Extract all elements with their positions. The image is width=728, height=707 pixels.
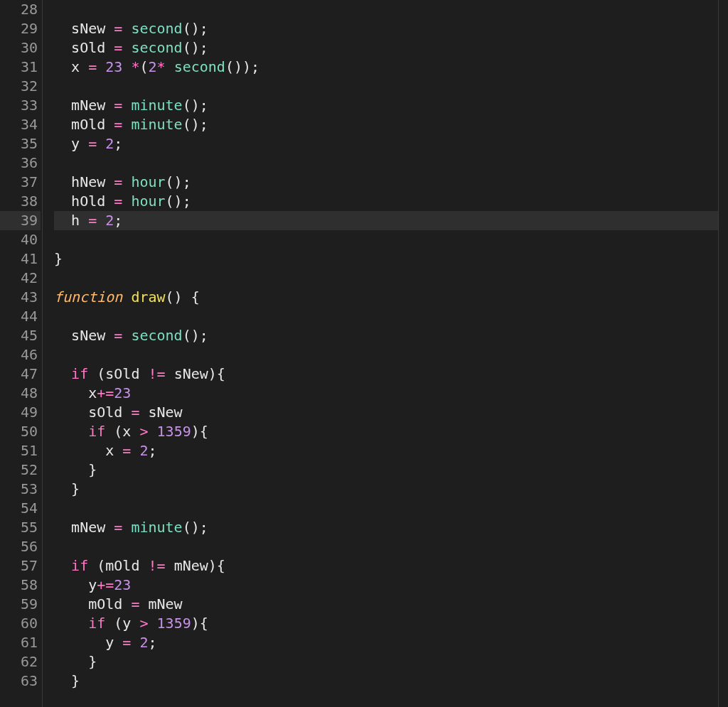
code-line[interactable]: hOld = hour(); [54,192,728,211]
gutter-line[interactable]: 40 [0,230,41,249]
code-line[interactable]: if (y > 1359){ [54,614,728,633]
code-line[interactable] [54,307,728,326]
token-keyword: if [71,557,88,574]
gutter-line[interactable]: 63 [0,671,41,691]
gutter-line[interactable]: 34 [0,115,41,134]
gutter-line[interactable]: 44 [0,307,41,326]
gutter-line[interactable]: 60 [0,614,41,633]
token-var: y [105,634,114,651]
gutter-line[interactable]: 37 [0,173,41,192]
code-line[interactable]: if (sOld != sNew){ [54,365,728,384]
code-line[interactable] [54,230,728,249]
gutter-line[interactable]: 39 [0,211,41,230]
code-line[interactable]: } [54,671,728,691]
gutter-line[interactable]: 38 [0,192,41,211]
code-line[interactable] [54,499,728,518]
gutter-line[interactable]: 57 [0,556,41,576]
token-var: sOld [71,39,105,56]
gutter-line[interactable]: 33 [0,96,41,115]
token-var: mNew [71,97,105,114]
token-default [54,365,71,382]
gutter-line[interactable]: 29 [0,19,41,38]
code-area[interactable]: sNew = second(); sOld = second(); x = 23… [43,0,728,707]
gutter-line[interactable]: 53 [0,480,41,499]
code-content: function draw() { [54,288,200,307]
token-func: minute [131,519,182,536]
token-op: = [114,116,122,133]
token-default [54,480,71,497]
line-number: 62 [21,652,41,671]
gutter-line[interactable]: 42 [0,269,41,288]
code-line[interactable]: mNew = minute(); [54,96,728,115]
code-line[interactable] [54,153,728,173]
gutter-line[interactable]: 46 [0,345,41,365]
code-line[interactable]: function draw() { [54,288,728,307]
code-line[interactable] [54,345,728,365]
gutter-line[interactable]: 32 [0,77,41,96]
code-line[interactable]: hNew = hour(); [54,173,728,192]
gutter-line[interactable]: 52 [0,460,41,480]
code-line[interactable]: x = 2; [54,441,728,460]
gutter-line[interactable]: 58 [0,576,41,595]
gutter-line[interactable]: 36 [0,153,41,173]
gutter-line[interactable]: 28 [0,0,41,19]
token-default [54,557,71,574]
code-line[interactable]: if (x > 1359){ [54,422,728,441]
gutter-line[interactable]: 56 [0,537,41,556]
gutter-line[interactable]: 54 [0,499,41,518]
code-line[interactable]: mOld = mNew [54,595,728,614]
gutter-line[interactable]: 50 [0,422,41,441]
gutter-line[interactable]: 55 [0,518,41,537]
code-line[interactable]: } [54,460,728,480]
code-line[interactable]: } [54,480,728,499]
code-line[interactable] [54,77,728,96]
code-line[interactable]: x+=23 [54,384,728,403]
token-op: * [157,58,166,75]
gutter-line[interactable]: 49 [0,403,41,422]
code-content: } [54,460,97,480]
code-line[interactable]: x = 23 *(2* second()); [54,58,728,77]
code-line[interactable]: mOld = minute(); [54,115,728,134]
code-line[interactable]: } [54,652,728,671]
code-line[interactable] [54,269,728,288]
gutter-line[interactable]: 59 [0,595,41,614]
code-line[interactable]: } [54,249,728,269]
gutter-line[interactable]: 47 [0,365,41,384]
gutter-line[interactable]: 41 [0,249,41,269]
gutter-line[interactable]: 31 [0,58,41,77]
line-number: 36 [21,153,41,173]
gutter-line[interactable]: 48 [0,384,41,403]
code-line[interactable]: sNew = second(); [54,326,728,345]
token-default [122,595,131,612]
gutter-line[interactable]: 45 [0,326,41,345]
token-func: second [131,20,182,37]
code-content: y = 2; [54,134,122,153]
code-line[interactable]: y+=23 [54,576,728,595]
gutter-line[interactable]: 51 [0,441,41,460]
code-line[interactable] [54,537,728,556]
code-editor[interactable]: 2829303132333435363738394041424344454647… [0,0,728,707]
token-op: = [122,442,131,459]
gutter-line[interactable]: 43 [0,288,41,307]
token-paren: ) [191,423,200,440]
code-line[interactable]: y = 2; [54,633,728,652]
token-funcname: draw [131,288,165,306]
code-line[interactable]: sOld = sNew [54,403,728,422]
code-content: h = 2; [54,211,122,230]
token-default [139,557,148,574]
code-line[interactable]: y = 2; [54,134,728,153]
code-line[interactable] [54,0,728,19]
token-semi: ; [183,193,191,210]
code-line[interactable]: sNew = second(); [54,19,728,38]
code-content: hNew = hour(); [54,173,191,192]
gutter-line[interactable]: 30 [0,38,41,58]
code-line[interactable]: sOld = second(); [54,38,728,58]
vertical-scrollbar[interactable] [718,0,728,707]
code-line[interactable]: mNew = minute(); [54,518,728,537]
code-line[interactable]: h = 2; [54,211,728,230]
gutter-line[interactable]: 61 [0,633,41,652]
gutter-line[interactable]: 62 [0,652,41,671]
code-line[interactable]: if (mOld != mNew){ [54,556,728,576]
token-var: sNew [71,327,105,344]
gutter-line[interactable]: 35 [0,134,41,153]
